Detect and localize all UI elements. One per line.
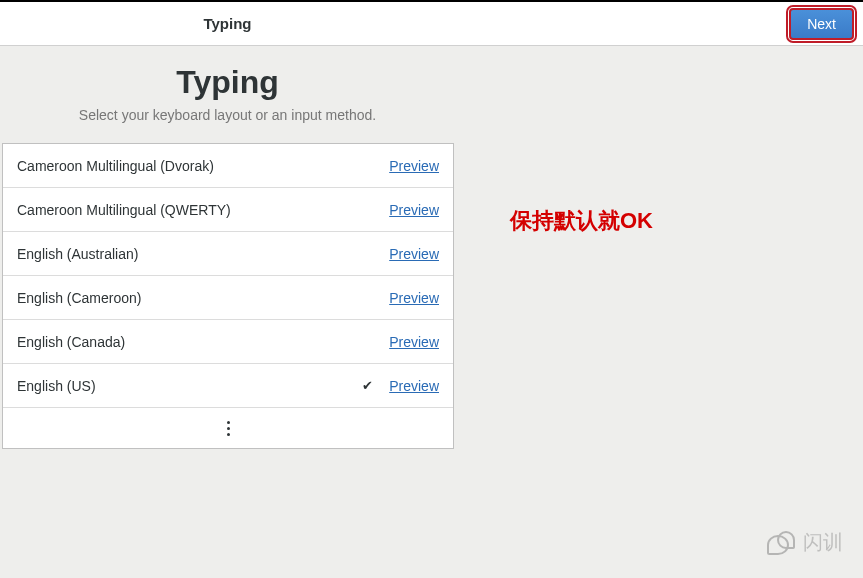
- layout-row[interactable]: Cameroon Multilingual (Dvorak) Preview: [3, 144, 453, 188]
- page-title: Typing: [0, 64, 455, 101]
- check-icon: ✔: [362, 378, 373, 393]
- annotation-text: 保持默认就OK: [510, 206, 653, 236]
- layout-row[interactable]: English (Canada) Preview: [3, 320, 453, 364]
- header-title: Typing: [0, 15, 455, 32]
- layout-label: Cameroon Multilingual (Dvorak): [17, 158, 389, 174]
- layout-label: English (US): [17, 378, 362, 394]
- layout-list: Cameroon Multilingual (Dvorak) Preview C…: [2, 143, 454, 449]
- preview-link[interactable]: Preview: [389, 158, 439, 174]
- layout-label: English (Australian): [17, 246, 389, 262]
- preview-link[interactable]: Preview: [389, 202, 439, 218]
- preview-link[interactable]: Preview: [389, 246, 439, 262]
- header-bar: Typing Next: [0, 2, 863, 46]
- layout-label: English (Canada): [17, 334, 389, 350]
- wechat-icon: [767, 531, 795, 555]
- watermark: 闪训: [767, 529, 843, 556]
- layout-row[interactable]: Cameroon Multilingual (QWERTY) Preview: [3, 188, 453, 232]
- preview-link[interactable]: Preview: [389, 334, 439, 350]
- page-subtitle: Select your keyboard layout or an input …: [0, 107, 455, 123]
- layout-row[interactable]: English (US) ✔ Preview: [3, 364, 453, 408]
- layout-label: Cameroon Multilingual (QWERTY): [17, 202, 389, 218]
- preview-link[interactable]: Preview: [389, 378, 439, 394]
- layout-row[interactable]: English (Australian) Preview: [3, 232, 453, 276]
- more-icon: [227, 421, 230, 436]
- layout-row[interactable]: English (Cameroon) Preview: [3, 276, 453, 320]
- next-button[interactable]: Next: [789, 8, 854, 40]
- preview-link[interactable]: Preview: [389, 290, 439, 306]
- watermark-text: 闪训: [803, 529, 843, 556]
- more-layouts-button[interactable]: [3, 408, 453, 448]
- layout-label: English (Cameroon): [17, 290, 389, 306]
